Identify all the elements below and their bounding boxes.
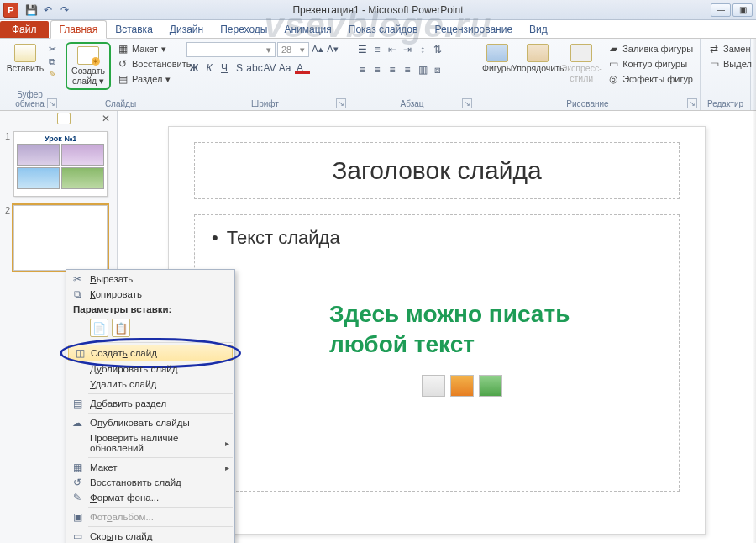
thumb-title: Урок №1 (14, 132, 107, 144)
tab-home[interactable]: Главная (50, 20, 108, 39)
indent-inc-icon[interactable]: ⇥ (400, 42, 415, 57)
save-icon[interactable]: 💾 (24, 3, 38, 17)
tab-review[interactable]: Рецензирование (426, 21, 521, 38)
ctx-copy[interactable]: ⧉Копировать (66, 287, 234, 302)
font-dialog-launcher[interactable]: ↘ (336, 98, 346, 108)
cut-icon[interactable]: ✂ (49, 44, 56, 55)
tab-design[interactable]: Дизайн (161, 21, 212, 38)
drawing-dialog-launcher[interactable]: ↘ (687, 98, 697, 108)
shape-fill-button[interactable]: ▰Заливка фигуры (605, 42, 696, 55)
ctx-reset-slide[interactable]: ↺Восстановить слайд (66, 475, 234, 490)
copy-icon: ⧉ (71, 287, 84, 301)
clipboard-dialog-launcher[interactable]: ↘ (47, 98, 57, 108)
paste-option-2[interactable]: 📋 (112, 319, 130, 337)
shadow-button[interactable]: abc (247, 61, 262, 76)
underline-button[interactable]: Ч (217, 61, 232, 76)
format-bg-icon: ✎ (71, 491, 84, 504)
fill-icon: ▰ (607, 43, 619, 55)
group-paragraph: ☰ ≡ ⇤ ⇥ ↕ ⇅ ≡ ≡ ≡ ≡ ▥ ⧈ Абзац ↘ (349, 39, 475, 110)
close-pane-icon[interactable]: ✕ (100, 113, 112, 124)
current-slide[interactable]: Заголовок слайда Текст слайда Здесь можн… (168, 126, 706, 535)
publish-icon: ☁ (71, 416, 84, 430)
strike-button[interactable]: S (232, 61, 247, 76)
tab-animations[interactable]: Анимация (276, 21, 339, 38)
quickstyles-button[interactable]: Экспресс-стили (561, 42, 601, 85)
minimize-button[interactable]: — (711, 3, 731, 17)
section-icon: ▤ (71, 397, 84, 410)
paste-option-1[interactable]: 📄 (90, 319, 108, 337)
ctx-layout[interactable]: ▦Макет (66, 460, 234, 475)
slide-number: 1 (5, 131, 10, 197)
tab-file[interactable]: Файл (0, 21, 49, 38)
shapes-button[interactable]: Фигуры (480, 42, 514, 76)
insert-smartart-icon[interactable] (479, 375, 502, 397)
justify-icon[interactable]: ≡ (400, 62, 415, 77)
bold-button[interactable]: Ж (186, 61, 202, 76)
ctx-photo-album: ▣Фотоальбом... (66, 509, 234, 525)
new-slide-icon: ◫ (73, 346, 87, 360)
font-name-combo[interactable]: ▾ (186, 42, 276, 57)
smartart-icon[interactable]: ⧈ (430, 62, 445, 77)
shape-effects-button[interactable]: ◎Эффекты фигур (605, 72, 696, 86)
shape-outline-button[interactable]: ▭Контур фигуры (605, 57, 696, 71)
ctx-hide-slide[interactable]: ▭Скрыть слайд (66, 529, 234, 543)
undo-icon[interactable]: ↶ (41, 3, 55, 17)
text-direction-icon[interactable]: ⇅ (430, 42, 445, 57)
thumbnail-2[interactable]: 2 (5, 205, 112, 271)
new-slide-highlight: ✶ Создать слайд ▾ (66, 42, 111, 90)
thumbnail-1[interactable]: 1 Урок №1 (5, 131, 112, 197)
ctx-publish-slides[interactable]: ☁Опубликовать слайды (66, 415, 234, 430)
paragraph-dialog-launcher[interactable]: ↘ (462, 98, 472, 108)
layout-icon: ▦ (71, 461, 84, 474)
group-editing: ⇄Замен ▭Выдел Редактир (701, 39, 751, 110)
ctx-add-section[interactable]: ▤Добавить раздел (66, 396, 234, 411)
insert-table-icon[interactable] (422, 375, 445, 397)
restore-button[interactable]: ▣ (732, 3, 753, 17)
numbering-icon[interactable]: ≡ (370, 42, 385, 57)
tab-view[interactable]: Вид (521, 21, 556, 38)
paste-button[interactable]: Вставить (5, 42, 45, 76)
new-slide-button[interactable]: ✶ Создать слайд ▾ (68, 45, 108, 87)
align-center-icon[interactable]: ≡ (370, 62, 385, 77)
arrange-icon (527, 44, 549, 62)
quickstyles-icon (570, 44, 592, 62)
font-size-combo[interactable]: 28▾ (277, 42, 309, 57)
group-drawing: Фигуры Упорядочить Экспресс-стили ▰Залив… (475, 39, 701, 110)
title-placeholder[interactable]: Заголовок слайда (194, 142, 680, 199)
outline-tab-icon[interactable] (57, 113, 71, 124)
ctx-new-slide[interactable]: ◫Создать слайд (68, 345, 233, 361)
shapes-label: Фигуры (482, 64, 512, 74)
align-right-icon[interactable]: ≡ (385, 62, 400, 77)
columns-icon[interactable]: ▥ (415, 62, 430, 77)
redo-icon[interactable]: ↷ (58, 3, 71, 17)
italic-button[interactable]: К (202, 61, 217, 76)
line-spacing-icon[interactable]: ↕ (415, 42, 430, 57)
app-icon: P (3, 3, 18, 18)
spacing-button[interactable]: AV (262, 61, 277, 76)
content-placeholder[interactable]: Текст слайда Здесь можно писать любой те… (194, 214, 680, 492)
ctx-cut[interactable]: ✂Вырезать (66, 272, 234, 287)
select-button[interactable]: ▭Выдел (706, 57, 754, 71)
indent-dec-icon[interactable]: ⇤ (385, 42, 400, 57)
layout-icon: ▦ (117, 43, 129, 55)
tab-transitions[interactable]: Переходы (212, 21, 276, 38)
group-slides-label: Слайды (66, 98, 176, 110)
shrink-font-icon[interactable]: A▾ (326, 42, 339, 55)
ctx-format-background[interactable]: ✎Формат фона... (66, 490, 234, 505)
case-button[interactable]: Aa (277, 61, 292, 76)
grow-font-icon[interactable]: A▴ (311, 42, 324, 55)
ctx-check-updates[interactable]: Проверить наличие обновлений (66, 430, 234, 456)
ctx-duplicate-slide[interactable]: Дублировать слайд (66, 361, 234, 377)
align-left-icon[interactable]: ≡ (354, 62, 370, 77)
replace-button[interactable]: ⇄Замен (706, 42, 754, 55)
insert-chart-icon[interactable] (450, 375, 474, 397)
format-painter-icon[interactable]: ✎ (49, 69, 56, 80)
bullets-icon[interactable]: ☰ (354, 42, 370, 57)
tab-insert[interactable]: Вставка (107, 21, 161, 38)
ctx-delete-slide[interactable]: Удалить слайд (66, 377, 234, 392)
arrange-button[interactable]: Упорядочить (517, 42, 558, 76)
group-font: ▾ 28▾ A▴ A▾ Ж К Ч S abc AV Aa A Шрифт ↘ (181, 39, 349, 110)
font-color-button[interactable]: A (292, 61, 307, 76)
tab-slideshow[interactable]: Показ слайдов (340, 21, 427, 38)
copy-icon[interactable]: ⧉ (49, 56, 56, 67)
